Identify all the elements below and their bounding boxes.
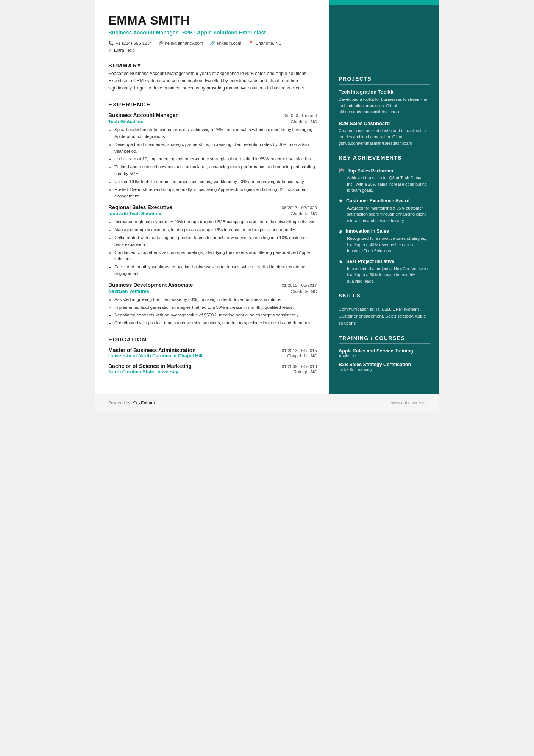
achievement-4: ★ Best Project Initiative Implemented a … [339,259,430,285]
achievements-title: KEY ACHIEVEMENTS [339,155,430,161]
skills-title: SKILLS [339,293,430,299]
job-1-company: Tech Global Inc. [108,119,145,124]
skills-section: SKILLS Communication skills, B2B, CRM sy… [339,293,430,327]
email-item: @ help@enhancv.com [159,41,203,46]
training-1-org: Apple Inc. [339,354,430,358]
phone-text: +1-(234)-555-1234 [116,41,152,45]
candidate-title: Business Account Manager | B2B | Apple S… [108,29,317,37]
bullet-item: Trained and mentored new business associ… [114,164,317,177]
summary-title: SUMMARY [108,62,317,69]
project-1-name: Tech Integration Toolkit [339,89,430,95]
job-2: Regional Sales Executive 06/2017 - 02/20… [108,204,317,277]
skills-text: Communication skills, B2B, CRM systems, … [339,306,430,327]
summary-text: Seasoned Business Account Manager with 9… [108,70,317,92]
bullet-item: Led a team of 10, implementing customer-… [114,156,317,163]
project-2-desc: Created a customized dashboard to track … [339,128,430,147]
bullet-item: Managed complex accounts, leading to an … [114,227,317,233]
bullet-item: Increased regional revenue by 40% throug… [114,219,317,225]
achievement-1: 🏁 Top Sales Performer Achieved top sales… [339,168,430,194]
job-2-location: Charlotte, NC [290,211,317,216]
job-1-title: Business Account Manager [108,112,178,118]
achievement-3-desc: Recognized for innovative sales strategi… [339,235,430,254]
achievement-3: ◈ Innovation in Sales Recognized for inn… [339,228,430,254]
achievement-2: ★ Customer Excellence Award Awarded for … [339,198,430,224]
footer-website: www.enhancv.com [391,401,426,405]
left-column: EMMA SMITH Business Account Manager | B2… [95,0,329,394]
candidate-name: EMMA SMITH [108,14,317,28]
enhancv-logo: Enhancv [133,399,155,406]
bullet-item: Conducted comprehensive customer briefin… [114,249,317,263]
project-1-desc: Developed a toolkit for businesses to st… [339,96,430,115]
phone-icon: 📞 [108,41,114,46]
footer: Powered by Enhancv www.enhancv.com [95,394,439,412]
education-title: EDUCATION [108,336,317,343]
contact-row: 📞 +1-(234)-555-1234 @ help@enhancv.com 🔗… [108,41,317,46]
training-2-name: B2B Sales Strategy Certification [339,362,430,367]
degree-1-location: Chapel Hill, NC [287,354,317,358]
degree-1-title: Master of Business Administration [108,347,196,353]
training-2: B2B Sales Strategy Certification LinkedI… [339,362,430,372]
job-1: Business Account Manager 03/2020 - Prese… [108,112,317,200]
bullet-item: Hosted 15+ in-store workshops annually, … [114,186,317,200]
degree-1-dates: 01/2013 - 01/2015 [282,348,317,353]
degree-1: Master of Business Administration 01/201… [108,347,317,358]
linkedin-item: 🔗 linkedin.com [210,41,241,46]
achievement-4-icon: ★ [339,259,343,265]
svg-text:Enhancv: Enhancv [141,401,155,405]
link-icon: 🔗 [210,41,215,46]
projects-title: PROJECTS [339,76,430,82]
job-3-company: NextGen Ventures [108,289,149,294]
achievement-2-icon: ★ [339,198,343,204]
job-2-bullets: Increased regional revenue by 40% throug… [108,219,317,277]
summary-section: SUMMARY Seasoned Business Account Manage… [108,58,317,92]
job-2-company: Innovate Tech Solutions [108,211,163,216]
project-1: Tech Integration Toolkit Developed a too… [339,89,430,115]
training-divider [339,343,430,344]
location-text: Charlotte, NC [255,41,282,45]
experience-title: EXPERIENCE [108,101,317,108]
job-3-dates: 01/2015 - 05/2017 [282,283,317,288]
project-2: B2B Sales Dashboard Created a customized… [339,121,430,147]
header: EMMA SMITH Business Account Manager | B2… [108,14,317,53]
achievement-1-title: Top Sales Performer [348,168,393,174]
job-1-bullets: Spearheaded cross-functional projects, a… [108,127,317,200]
powered-by-text: Powered by [108,401,130,405]
extra-field: ☆ Extra Field [108,47,317,53]
achievement-3-icon: ◈ [339,228,343,234]
projects-divider [339,84,430,85]
job-2-dates: 06/2017 - 02/2020 [282,205,317,210]
training-section: TRAINING / COURSES Apple Sales and Servi… [339,335,430,372]
bullet-item: Utilized CRM tools to streamline process… [114,178,317,185]
footer-brand: Powered by Enhancv [108,399,155,406]
training-2-org: LinkedIn Learning [339,367,430,372]
achievement-2-desc: Awarded for maintaining a 95% customer s… [339,205,430,224]
degree-2-location: Raleigh, NC [294,369,317,374]
degree-1-school: University of North Carolina at Chapel H… [108,353,203,358]
achievement-4-title: Best Project Initiative [346,259,394,264]
experience-section: EXPERIENCE Business Account Manager 03/2… [108,97,317,327]
bullet-item: Developed and maintained strategic partn… [114,141,317,155]
job-1-location: Charlotte, NC [290,119,317,124]
skills-divider [339,301,430,301]
project-2-name: B2B Sales Dashboard [339,121,430,126]
bullet-item: Facilitated monthly webinars, educating … [114,264,317,277]
job-3-location: Charlotte, NC [290,289,317,294]
job-3-title: Business Development Associate [108,282,193,288]
training-1: Apple Sales and Service Training Apple I… [339,348,430,358]
bullet-item: Implemented lead generation strategies t… [114,304,317,311]
bullet-item: Assisted in growing the client base by 5… [114,296,317,303]
degree-2: Bachelor of Science in Marketing 01/2009… [108,363,317,374]
education-section: EDUCATION Master of Business Administrat… [108,332,317,374]
achievements-section: KEY ACHIEVEMENTS 🏁 Top Sales Performer A… [339,155,430,284]
email-text: help@enhancv.com [165,41,203,45]
achievement-4-desc: Implemented a project at NextGen Venture… [339,266,430,285]
right-column: PROJECTS Tech Integration Toolkit Develo… [329,0,439,394]
training-1-name: Apple Sales and Service Training [339,348,430,354]
achievement-1-icon: 🏁 [339,168,345,174]
degree-2-title: Bachelor of Science in Marketing [108,363,192,369]
location-item: 📍 Charlotte, NC [248,41,282,46]
star-icon: ☆ [108,47,112,53]
email-icon: @ [159,41,163,46]
location-icon: 📍 [248,41,254,46]
achievement-2-title: Customer Excellence Award [346,198,409,203]
